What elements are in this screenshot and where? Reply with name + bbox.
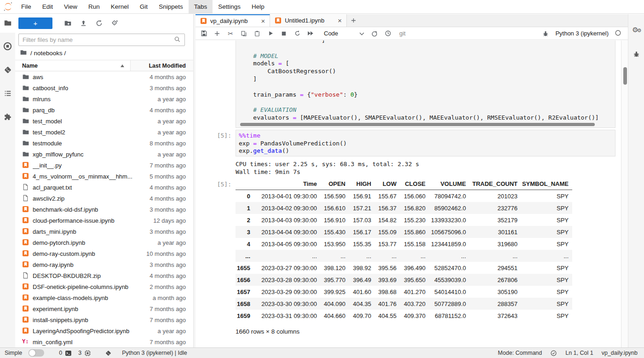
file-list-item[interactable]: demo-ray.ipynb3 months ago: [15, 259, 193, 270]
file-list-item[interactable]: __init__.py7 months ago: [15, 160, 193, 171]
file-list-item[interactable]: demo-pytorch.ipynba year ago: [15, 237, 193, 248]
kernel-chip-icon[interactable]: [84, 350, 91, 357]
upload-button[interactable]: [75, 19, 91, 27]
menu-item-help[interactable]: Help: [246, 0, 270, 13]
file-list-item[interactable]: acl_parquet.txt4 months ago: [15, 182, 193, 193]
copy-cells-button[interactable]: [240, 30, 247, 37]
menu-item-view[interactable]: View: [58, 0, 83, 13]
table-cell: 395.770: [321, 274, 349, 286]
kernel-status-text[interactable]: Python 3 (ipykernel) | Idle: [122, 350, 187, 356]
file-list-item[interactable]: catboost_info3 months ago: [15, 82, 193, 93]
cursor-position[interactable]: Ln 1, Col 1: [565, 350, 593, 356]
table-cell: 156.37: [375, 202, 400, 214]
kernel-status-idle-icon[interactable]: [615, 29, 621, 38]
menu-item-run[interactable]: Run: [83, 0, 105, 13]
file-list-item[interactable]: DSF-onetick-pipeline-columns.ipynb2 mont…: [15, 281, 193, 292]
cell-editor[interactable]: ] # MODEL models = [ CatBoostRegressor()…: [236, 40, 615, 128]
code-cell-1[interactable]: ] # MODEL models = [ CatBoostRegressor()…: [196, 40, 621, 128]
file-list-item[interactable]: test_model2a year ago: [15, 127, 193, 138]
menu-item-git[interactable]: Git: [134, 0, 153, 13]
toggle-knob: [29, 350, 35, 356]
stop-kernel-button[interactable]: [280, 30, 288, 37]
cell-editor[interactable]: %%timeexp = PandasVolumePrediction()exp.…: [236, 130, 615, 156]
file-list-item[interactable]: xgb_mlflow_pyfunca year ago: [15, 149, 193, 160]
close-tab-icon[interactable]: ×: [261, 17, 265, 25]
file-list-item[interactable]: example-class-models.ipynba month ago: [15, 292, 193, 303]
new-tab-button[interactable]: [347, 14, 361, 27]
save-button[interactable]: [200, 30, 207, 37]
menu-item-settings[interactable]: Settings: [213, 0, 246, 13]
restart-kernel-button[interactable]: [293, 30, 301, 37]
terminal-icon[interactable]: [65, 350, 72, 357]
run-cell-button[interactable]: [267, 30, 274, 37]
cell-code: %%timeexp = PandasVolumePrediction()exp.…: [239, 132, 615, 155]
filter-files-input[interactable]: [23, 36, 174, 43]
sidebar-tab-extensions[interactable]: [0, 108, 15, 127]
sidebar-tab-property-inspector[interactable]: ⚙⚙: [632, 21, 640, 39]
file-list-item[interactable]: Y:min_config.yml7 months ago: [15, 336, 193, 347]
file-list-item[interactable]: aws4 months ago: [15, 71, 193, 82]
file-name: min_config.yml: [33, 339, 150, 346]
kernel-name-button[interactable]: Python 3 (ipykernel): [555, 30, 609, 37]
file-list-item[interactable]: install-snippets.ipynb7 months ago: [15, 314, 193, 325]
file-list-item[interactable]: testmodule8 months ago: [15, 138, 193, 149]
search-icon: [174, 36, 181, 44]
sidebar-tab-file-browser[interactable]: [0, 14, 15, 33]
file-list-item[interactable]: test_modela year ago: [15, 115, 193, 127]
menu-item-tabs[interactable]: Tabs: [189, 0, 213, 13]
table-cell: 372643: [470, 310, 521, 322]
cut-cells-button[interactable]: ✂: [227, 30, 234, 37]
sidebar-tab-running-sessions[interactable]: [0, 38, 15, 56]
file-list-item[interactable]: darts_mini.ipynb3 months ago: [15, 226, 193, 237]
file-list-item[interactable]: awscliv2.zip4 months ago: [15, 193, 193, 204]
add-cell-button[interactable]: [213, 30, 221, 37]
dock-tab[interactable]: Untitled1.ipynb×: [270, 14, 347, 27]
git-diff-button[interactable]: [371, 30, 378, 37]
scrollbar-thumb[interactable]: [623, 67, 627, 85]
tag-plus-button[interactable]: [107, 19, 122, 27]
sidebar-tab-debugger[interactable]: [632, 46, 640, 64]
column-header-name[interactable]: Name: [15, 60, 130, 71]
file-list-item[interactable]: parq_db4 months ago: [15, 104, 193, 115]
code-cell-2[interactable]: [5]: %%timeexp = PandasVolumePrediction(…: [196, 130, 621, 156]
notebook-mode[interactable]: Mode: Command: [498, 350, 542, 356]
refresh-button[interactable]: [91, 19, 107, 27]
history-clock-button[interactable]: [384, 30, 391, 37]
cell-horizontal-scrollbar[interactable]: [240, 123, 595, 126]
simple-mode-toggle[interactable]: [29, 349, 44, 357]
file-list-item[interactable]: cloud-performance-issue.ipynb12 days ago: [15, 215, 193, 226]
cell-type-select[interactable]: Code: [322, 29, 366, 38]
column-header-last-modified[interactable]: Last Modified: [130, 60, 193, 71]
breadcrumb[interactable]: / notebooks /: [15, 46, 193, 60]
table-cell: 319680: [470, 238, 521, 250]
table-cell: 2023-03-27 09:30:00: [254, 262, 321, 274]
debugger-bug-icon[interactable]: [542, 30, 549, 37]
file-list-item[interactable]: demo-ray-custom.ipynb10 months ago: [15, 248, 193, 259]
trust-badge-icon[interactable]: [550, 350, 557, 357]
file-list-item[interactable]: 4_ms_volnorm__os_minmax__hhm...5 months …: [15, 171, 193, 182]
sidebar-tab-table-of-contents[interactable]: [0, 85, 15, 103]
close-tab-icon[interactable]: ×: [338, 17, 342, 24]
sidebar-tab-git[interactable]: [0, 61, 15, 80]
file-list-item[interactable]: LayeringAndSpoofingPredictor.ipynba year…: [15, 325, 193, 336]
paste-cells-button[interactable]: [253, 30, 261, 37]
file-modified: 7 months ago: [150, 162, 193, 169]
menu-item-kernel[interactable]: Kernel: [105, 0, 134, 13]
menu-item-file[interactable]: File: [16, 0, 37, 13]
vertical-scrollbar[interactable]: [621, 40, 628, 347]
file-list-item[interactable]: benchmark-old-dsf.ipynb3 months ago: [15, 204, 193, 215]
file-list-item[interactable]: mlrunsa year ago: [15, 93, 193, 104]
menu-item-edit[interactable]: Edit: [37, 0, 58, 13]
file-list-item[interactable]: experiment.ipynb7 months ago: [15, 303, 193, 314]
file-list-item[interactable]: DESKTOP-BKDUB2R.zip4 months ago: [15, 270, 193, 281]
table-cell: ...: [254, 250, 321, 262]
table-cell: 267806: [470, 274, 521, 286]
notebook-scroll-area[interactable]: ] # MODEL models = [ CatBoostRegressor()…: [196, 40, 621, 347]
git-status-icon[interactable]: [105, 350, 112, 357]
menu-item-snippets[interactable]: Snippets: [153, 0, 189, 13]
new-folder-button[interactable]: [60, 19, 75, 27]
restart-run-all-button[interactable]: [307, 30, 314, 37]
new-launcher-button[interactable]: +: [18, 17, 52, 29]
file-name: install-snippets.ipynb: [33, 317, 150, 323]
dock-tab[interactable]: vp_daily.ipynb×: [196, 14, 270, 27]
